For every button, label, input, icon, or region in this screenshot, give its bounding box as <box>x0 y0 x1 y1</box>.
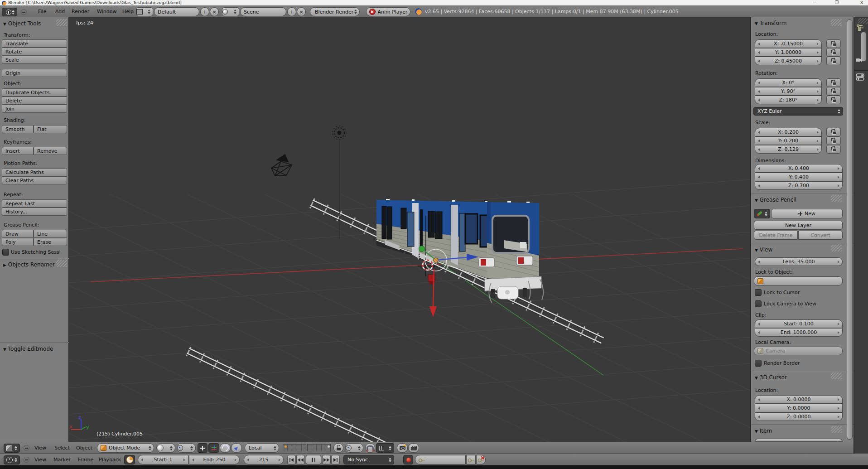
menu-window[interactable]: Window <box>97 9 116 15</box>
shade-smooth-button[interactable]: Smooth <box>2 125 34 133</box>
editor-type-button[interactable] <box>4 455 20 464</box>
menu-frame[interactable]: Frame <box>78 457 93 463</box>
menu-object[interactable]: Object <box>76 445 92 451</box>
menu-add[interactable]: Add <box>55 9 65 15</box>
jump-to-start-button[interactable] <box>287 455 296 464</box>
next-keyframe-button[interactable] <box>322 455 331 464</box>
panel-drag-grip[interactable] <box>831 245 842 251</box>
menu-file[interactable]: File <box>38 9 46 15</box>
viewport-canvas[interactable] <box>69 17 750 442</box>
location-x-field[interactable]: X: -0.15000 <box>755 39 822 48</box>
panel-drag-grip[interactable] <box>56 19 67 26</box>
collapse-menus-button[interactable] <box>24 457 29 463</box>
add-layout-button[interactable]: + <box>200 7 209 16</box>
opengl-render-anim-button[interactable] <box>408 443 419 453</box>
minimize-button[interactable]: ─ <box>813 0 815 5</box>
menu-help[interactable]: Help <box>122 9 134 15</box>
object-tools-panel-header[interactable]: ▼ Object Tools <box>3 20 41 27</box>
lens-field[interactable]: Lens: 35.000 <box>755 257 843 266</box>
clip-end-field[interactable]: End: 1000.000 <box>755 328 843 337</box>
lock-scale-x-button[interactable] <box>826 128 841 136</box>
view-panel-header[interactable]: ▼ View <box>755 247 772 253</box>
panel-drag-grip[interactable] <box>831 19 842 26</box>
item-panel-header[interactable]: ▼ Item <box>755 428 772 434</box>
editor-type-button[interactable] <box>4 444 20 453</box>
panel-drag-grip[interactable] <box>831 195 842 202</box>
rotation-y-field[interactable]: Y: 90° <box>755 87 822 96</box>
frame-start-field[interactable]: Start: 1 <box>138 455 188 464</box>
scale-x-field[interactable]: X: 0.200 <box>755 128 822 136</box>
repeat-last-button[interactable]: Repeat Last <box>2 199 67 208</box>
insert-keyframe-button[interactable]: Insert <box>2 147 34 155</box>
grease-pencil-panel-header[interactable]: ▼ Grease Pencil <box>755 197 796 203</box>
gp-new-layer-button[interactable]: New Layer <box>754 221 843 230</box>
lock-location-y-button[interactable] <box>826 48 841 57</box>
delete-layout-button[interactable]: × <box>210 7 219 16</box>
delete-scene-button[interactable]: × <box>297 7 306 16</box>
scale-manipulator-button[interactable] <box>231 443 242 453</box>
lock-to-object-field[interactable] <box>754 276 843 285</box>
rotation-x-field[interactable]: X: 0° <box>755 78 822 87</box>
origin-button[interactable]: Origin <box>2 69 67 77</box>
rotate-button[interactable]: Rotate <box>2 48 67 56</box>
scene-icon-button[interactable] <box>222 7 239 16</box>
cursor-z-field[interactable]: Z: 0.0000 <box>755 412 843 421</box>
timeline-track-area[interactable] <box>0 465 868 469</box>
item-name-field-partial[interactable] <box>755 439 843 442</box>
translate-manipulator-button[interactable] <box>208 443 219 453</box>
camera-list-icon[interactable] <box>855 57 863 63</box>
gp-poly-button[interactable]: Poly <box>2 238 34 246</box>
rotation-z-field[interactable]: Z: 180° <box>755 96 822 104</box>
time-display-toggle[interactable] <box>124 455 135 464</box>
keying-set-field[interactable] <box>415 455 466 464</box>
lock-location-x-button[interactable] <box>826 39 841 48</box>
snap-element-select[interactable] <box>376 443 394 453</box>
opengl-render-button[interactable] <box>397 443 408 453</box>
toggle-editmode-panel-header[interactable]: ▼ Toggle Editmode <box>3 346 53 352</box>
restore-button[interactable]: ❐ <box>835 0 839 5</box>
gp-new-button[interactable]: New <box>771 209 843 218</box>
n-panel-scrollbar[interactable] <box>847 19 853 440</box>
rotation-mode-select[interactable]: XYZ Euler <box>753 107 843 116</box>
prev-keyframe-button[interactable] <box>296 455 305 464</box>
viewport-shading-select[interactable] <box>156 443 175 453</box>
screen-layout-name[interactable]: Default <box>154 7 199 16</box>
transform-panel-header[interactable]: ▼ Transform <box>755 20 786 26</box>
camera-object[interactable] <box>271 155 292 176</box>
layers-grid-1[interactable] <box>283 444 306 451</box>
gp-draw-button[interactable]: Draw <box>2 230 34 238</box>
dimensions-y-field[interactable]: Y: 0.400 <box>755 173 843 181</box>
remove-keyframe-button[interactable]: Remove <box>34 147 67 155</box>
delete-keyframe-button[interactable] <box>476 455 486 464</box>
properties-editor-icon[interactable] <box>856 73 865 81</box>
insert-keyframe-button[interactable] <box>466 455 476 464</box>
lock-camera-checkbox[interactable] <box>755 300 762 307</box>
scene-name[interactable]: Scene <box>240 7 286 16</box>
editor-type-button[interactable] <box>2 8 17 16</box>
editor-corner-grip[interactable] <box>858 18 868 24</box>
pause-button[interactable] <box>306 455 321 464</box>
location-y-field[interactable]: Y: 1.00000 <box>755 48 822 57</box>
render-engine-select[interactable]: Blender Render <box>310 7 360 16</box>
menu-view[interactable]: View <box>34 445 46 451</box>
calculate-paths-button[interactable]: Calculate Paths <box>2 168 67 176</box>
menu-marker[interactable]: Marker <box>53 457 71 463</box>
rotate-manipulator-button[interactable] <box>220 443 231 453</box>
dimensions-x-field[interactable]: X: 0.400 <box>755 164 843 173</box>
clip-start-field[interactable]: Start: 0.100 <box>755 319 843 328</box>
proportional-edit-select[interactable] <box>345 443 363 453</box>
duplicate-objects-button[interactable]: Duplicate Objects <box>2 88 67 97</box>
lock-scale-y-button[interactable] <box>826 136 841 145</box>
menu-view[interactable]: View <box>34 457 46 463</box>
scale-y-field[interactable]: Y: 0.200 <box>755 136 822 145</box>
gp-delete-frame-button[interactable]: Delete Frame <box>754 231 798 240</box>
gp-convert-button[interactable]: Convert <box>798 231 843 240</box>
objects-renamer-panel-header[interactable]: ▶ Objects Renamer <box>3 261 55 268</box>
panel-drag-grip[interactable] <box>831 372 842 379</box>
manipulator-toggle-button[interactable] <box>198 443 207 453</box>
menu-render[interactable]: Render <box>72 9 89 15</box>
lock-rotation-y-button[interactable] <box>826 87 841 96</box>
gp-erase-button[interactable]: Erase <box>34 238 67 246</box>
frame-end-field[interactable]: End: 250 <box>189 455 240 464</box>
lock-scale-z-button[interactable] <box>826 145 841 154</box>
